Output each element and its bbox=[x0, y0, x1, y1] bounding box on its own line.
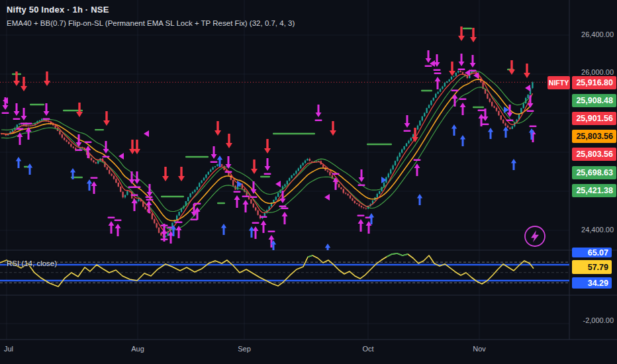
price-level-badge: 25,803.56 bbox=[572, 130, 616, 143]
price-level-badge: 25,803.56 bbox=[572, 148, 616, 161]
rsi-value-badge: 65.07 bbox=[572, 248, 612, 257]
time-axis-label: Jul bbox=[4, 345, 13, 353]
price-axis-label: 26,400.00 bbox=[581, 30, 614, 38]
time-axis-label: Nov bbox=[473, 345, 486, 353]
strategy-legend[interactable]: EMA40 + BB(0.7) Flip-on-SL (Permanent EM… bbox=[7, 19, 295, 27]
time-axis-label: Sep bbox=[238, 345, 251, 353]
rsi-legend[interactable]: RSI (14, close) bbox=[7, 259, 57, 267]
rsi-value-badge: 57.79 bbox=[572, 260, 612, 274]
lightning-button[interactable] bbox=[520, 222, 549, 251]
symbol-price-tag: NIFTY bbox=[547, 76, 570, 89]
symbol-legend[interactable]: Nifty 50 Index · 1h · NSE bbox=[7, 5, 109, 15]
price-axis-label: 26,000.00 bbox=[581, 68, 614, 76]
chart-canvas[interactable] bbox=[0, 0, 617, 364]
price-level-badge: 25,901.56 bbox=[572, 112, 616, 125]
price-level-badge: 25,421.38 bbox=[572, 184, 616, 197]
price-level-badge: 25,908.48 bbox=[572, 94, 616, 107]
tradingview-chart: Nifty 50 Index · 1h · NSE EMA40 + BB(0.7… bbox=[0, 0, 617, 364]
price-axis-label: -2,000.00 bbox=[583, 316, 614, 324]
rsi-value-badge: 34.29 bbox=[572, 277, 612, 289]
time-axis-label: Oct bbox=[362, 345, 373, 353]
price-axis-label: 24,400.00 bbox=[581, 226, 614, 234]
time-axis-label: Aug bbox=[131, 345, 144, 353]
price-level-badge: 25,698.63 bbox=[572, 166, 616, 179]
price-level-badge: 25,916.80 bbox=[572, 76, 616, 89]
